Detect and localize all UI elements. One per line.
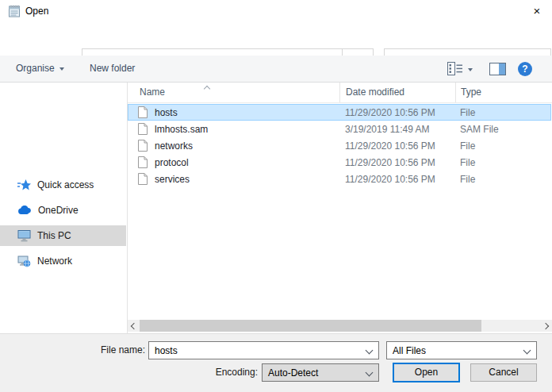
cancel-button[interactable]: Cancel: [470, 363, 537, 382]
file-date-modified: 3/19/2019 11:49 AM: [339, 124, 455, 135]
sidebar-item-quick-access[interactable]: Quick access: [0, 175, 126, 195]
file-type-value: All Files: [387, 345, 426, 356]
file-type: File: [455, 174, 547, 185]
navigation-pane: Quick access OneDrive This PC: [0, 83, 127, 333]
organise-dropdown-icon: [59, 67, 64, 71]
title-bar: Open ×: [0, 0, 552, 22]
preview-pane-icon: [499, 63, 505, 75]
help-button[interactable]: ?: [518, 62, 532, 76]
chevron-down-icon: [523, 347, 531, 355]
horizontal-scrollbar[interactable]: [128, 320, 552, 332]
sidebar-item-onedrive[interactable]: OneDrive: [0, 200, 126, 221]
quick-access-star-icon: [17, 179, 31, 191]
sidebar-item-label: OneDrive: [38, 205, 79, 216]
file-type: SAM File: [455, 124, 547, 135]
command-toolbar: Organise New folder ?: [0, 56, 552, 83]
dialog-footer: File name: All Files Encoding: Auto-Dete…: [0, 333, 552, 392]
views-button[interactable]: [447, 62, 473, 78]
chevron-down-icon: [366, 369, 374, 377]
organise-button[interactable]: Organise: [16, 56, 64, 82]
sidebar-item-network[interactable]: Network: [0, 251, 126, 271]
this-pc-monitor-icon: [17, 229, 31, 242]
column-header-date-modified[interactable]: Date modified: [339, 83, 455, 102]
onedrive-cloud-icon: [17, 206, 32, 215]
network-icon: [17, 255, 31, 267]
file-name: lmhosts.sam: [155, 124, 208, 135]
file-type: File: [455, 140, 547, 152]
views-dropdown-icon: [468, 68, 473, 71]
file-name-label: File name:: [0, 341, 145, 359]
file-type-dropdown[interactable]: All Files: [386, 341, 537, 359]
file-row-hosts[interactable]: hosts 11/29/2020 10:56 PM File: [128, 104, 551, 121]
list-column-headers: Name Date modified Type: [128, 83, 552, 103]
chevron-down-icon[interactable]: [366, 347, 374, 355]
file-icon: [138, 106, 148, 118]
window-title: Open: [25, 6, 48, 17]
sidebar-item-label: This PC: [37, 230, 71, 241]
file-row-lmhosts[interactable]: lmhosts.sam 3/19/2019 11:49 AM SAM File: [128, 121, 551, 137]
details-view-icon: [447, 62, 463, 78]
file-type: File: [455, 157, 547, 168]
file-date-modified: 11/29/2020 10:56 PM: [339, 157, 455, 168]
notepad-icon: [8, 4, 21, 20]
file-icon: [138, 140, 148, 152]
file-name: protocol: [155, 157, 189, 168]
file-date-modified: 11/29/2020 10:56 PM: [339, 174, 455, 185]
file-type: File: [455, 107, 547, 118]
preview-pane-button[interactable]: [489, 63, 506, 75]
encoding-value: Auto-Detect: [263, 367, 318, 379]
sidebar-item-label: Quick access: [37, 179, 94, 190]
file-icon: [138, 123, 148, 135]
open-button[interactable]: Open: [393, 363, 460, 382]
sidebar-item-this-pc[interactable]: This PC: [0, 225, 126, 246]
file-date-modified: 11/29/2020 10:56 PM: [339, 107, 455, 118]
organise-label: Organise: [16, 56, 55, 82]
close-button[interactable]: ×: [522, 0, 552, 22]
sort-ascending-icon: [205, 83, 209, 94]
scroll-left-arrow[interactable]: [128, 320, 140, 332]
encoding-label: Encoding:: [0, 363, 258, 382]
scroll-right-arrow[interactable]: [539, 320, 552, 332]
new-folder-label: New folder: [90, 56, 135, 82]
file-date-modified: 11/29/2020 10:56 PM: [339, 140, 455, 152]
column-header-type[interactable]: Type: [455, 83, 552, 102]
file-name: services: [155, 174, 190, 185]
file-row-protocol[interactable]: protocol 11/29/2020 10:56 PM File: [128, 154, 551, 171]
column-header-name[interactable]: Name: [128, 83, 339, 102]
file-icon: [138, 173, 148, 185]
file-list: hosts 11/29/2020 10:56 PM File lmhosts.s…: [128, 104, 552, 187]
file-icon: [138, 156, 148, 168]
file-name-combobox: [148, 341, 379, 359]
file-row-networks[interactable]: networks 11/29/2020 10:56 PM File: [128, 137, 551, 154]
file-name: hosts: [155, 107, 178, 118]
scrollbar-thumb[interactable]: [140, 320, 481, 332]
file-row-services[interactable]: services 11/29/2020 10:56 PM File: [128, 171, 551, 187]
sidebar-item-label: Network: [37, 256, 72, 267]
navigation-bar: ← → ↑ « Windows System32 drivers etc ↻: [0, 22, 552, 56]
file-name: networks: [155, 140, 193, 152]
encoding-dropdown[interactable]: Auto-Detect: [262, 363, 379, 382]
file-name-input[interactable]: [149, 345, 366, 356]
new-folder-button[interactable]: New folder: [90, 56, 135, 82]
